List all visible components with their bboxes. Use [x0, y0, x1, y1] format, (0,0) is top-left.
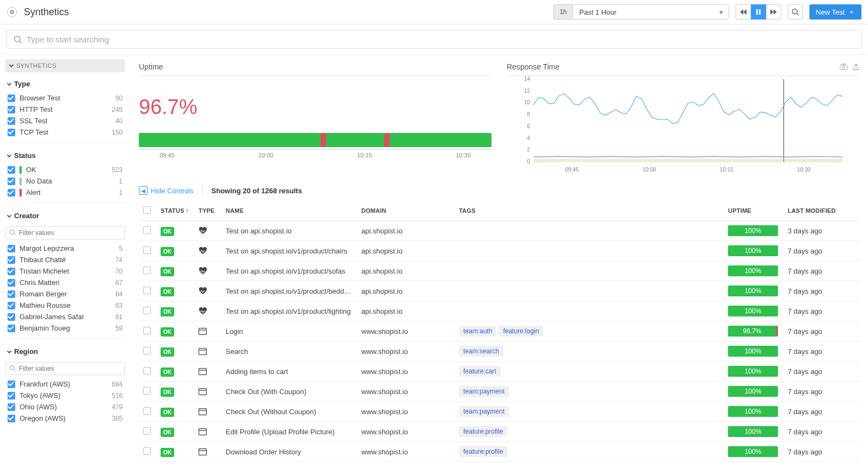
- facet-item[interactable]: Mathieu Rousse63: [5, 300, 125, 311]
- facet-count: 1: [119, 189, 123, 197]
- table-row[interactable]: OK Test on api.shopist.io/v1/product/lig…: [139, 301, 859, 321]
- facet-item[interactable]: Tristan Michelet70: [5, 265, 125, 277]
- facet-item[interactable]: No Data1: [5, 175, 125, 187]
- facet-count: 245: [112, 106, 123, 113]
- facet-item[interactable]: Browser Test90: [5, 92, 125, 104]
- table-row[interactable]: OK Login www.shopist.io team:authfeature…: [139, 321, 859, 341]
- hide-controls-button[interactable]: ◀ Hide Controls: [139, 186, 194, 195]
- tag-pill[interactable]: team:search: [459, 346, 503, 357]
- row-checkbox[interactable]: [143, 246, 151, 254]
- facet-item[interactable]: TCP Test150: [5, 126, 125, 138]
- table-row[interactable]: OK Adding items to cart www.shopist.io f…: [139, 362, 859, 382]
- y-tick: 8: [527, 111, 530, 117]
- sidebar: SYNTHETICS Type Browser Test90HTTP Test2…: [0, 55, 130, 469]
- row-checkbox[interactable]: [143, 407, 151, 415]
- select-all-checkbox[interactable]: [143, 206, 151, 214]
- row-checkbox[interactable]: [143, 367, 151, 375]
- status-badge: OK: [161, 428, 174, 437]
- table-row[interactable]: OK Search www.shopist.io team:search 100…: [139, 341, 859, 362]
- table-row[interactable]: OK Download Order History www.shopist.io…: [139, 442, 859, 462]
- facet-item[interactable]: Romain Berger64: [5, 288, 125, 300]
- col-uptime[interactable]: UPTIME: [724, 201, 783, 221]
- creator-filter-input[interactable]: [5, 226, 125, 239]
- search-input[interactable]: [27, 35, 854, 44]
- col-name[interactable]: NAME: [221, 201, 357, 221]
- svg-rect-27: [199, 448, 207, 455]
- facet-section-header[interactable]: SYNTHETICS: [5, 59, 125, 72]
- row-checkbox[interactable]: [143, 327, 151, 334]
- camera-icon[interactable]: [840, 64, 847, 70]
- checkbox-icon: [8, 403, 15, 411]
- facet-title[interactable]: Region: [5, 343, 125, 360]
- facet-item[interactable]: Margot Lepizzera5: [5, 243, 125, 254]
- facet-item[interactable]: SSL Test40: [5, 115, 125, 126]
- chart-series: [533, 93, 843, 123]
- test-domain: www.shopist.io: [357, 362, 455, 382]
- axis-tick: 10:15: [357, 152, 372, 159]
- y-tick: 12: [524, 88, 531, 94]
- tag-pill[interactable]: feature:cart: [459, 366, 501, 377]
- col-status[interactable]: STATUS↑: [156, 201, 194, 221]
- row-checkbox[interactable]: [143, 387, 151, 395]
- facet-item[interactable]: Chris Matteri67: [5, 277, 125, 288]
- facet-title[interactable]: Creator: [5, 207, 125, 224]
- facet-title[interactable]: Type: [5, 75, 125, 92]
- export-icon[interactable]: [853, 64, 859, 70]
- tag-pill[interactable]: feature:profile: [459, 426, 507, 437]
- table-row[interactable]: OK Test on api.shopist.io/v1/product/cha…: [139, 241, 859, 261]
- forward-button[interactable]: [766, 4, 781, 20]
- search-bar[interactable]: [7, 30, 861, 49]
- facet-item[interactable]: Benjamin Toueg59: [5, 322, 125, 334]
- table-row[interactable]: OK Check Out (With Coupon) www.shopist.i…: [139, 382, 859, 402]
- tag-pill[interactable]: team:payment: [459, 386, 509, 397]
- new-test-button[interactable]: New Test ＋: [809, 4, 861, 20]
- facet-item[interactable]: Alert1: [5, 187, 125, 198]
- row-checkbox[interactable]: [143, 226, 151, 234]
- col-domain[interactable]: DOMAIN: [357, 201, 455, 221]
- facet-item[interactable]: HTTP Test245: [5, 104, 125, 115]
- col-tags[interactable]: TAGS: [455, 201, 724, 221]
- test-tags: feature:profile: [455, 422, 724, 442]
- facet-item[interactable]: Oregon (AWS)385: [5, 413, 125, 424]
- facet-item[interactable]: OK523: [5, 164, 125, 175]
- table-row[interactable]: OK Check Out (Without Coupon) www.shopis…: [139, 402, 859, 422]
- svg-rect-15: [199, 328, 207, 334]
- row-checkbox[interactable]: [143, 267, 151, 274]
- svg-line-3: [796, 14, 799, 16]
- col-last-modified[interactable]: LAST MODIFIED: [783, 201, 859, 221]
- pause-button[interactable]: [751, 4, 766, 20]
- region-filter-input[interactable]: [5, 362, 125, 375]
- tag-pill[interactable]: feature:profile: [459, 446, 507, 457]
- page-title: Synthetics: [24, 7, 69, 18]
- row-checkbox[interactable]: [143, 427, 151, 435]
- row-checkbox[interactable]: [143, 287, 151, 294]
- row-checkbox[interactable]: [143, 447, 151, 455]
- rewind-button[interactable]: [736, 4, 751, 20]
- table-row[interactable]: OK Test on api.shopist.io api.shopist.io…: [139, 221, 859, 241]
- facet-count: 63: [116, 302, 123, 309]
- facet-item[interactable]: Gabriel-James Safar61: [5, 311, 125, 322]
- facet-group-status: Status OK523No Data1Alert1: [5, 147, 125, 198]
- heartbeat-icon: [199, 267, 207, 275]
- facet-group-region: Region Frankfurt (AWS)684Tokyo (AWS)516O…: [5, 343, 125, 424]
- table-row[interactable]: OK Edit Profile (Upload Profile Picture)…: [139, 422, 859, 442]
- facet-item[interactable]: Frankfurt (AWS)684: [5, 378, 125, 390]
- search-button[interactable]: [788, 4, 803, 20]
- table-row[interactable]: OK Test on api.shopist.io/v1/product/sof…: [139, 261, 859, 281]
- tag-pill[interactable]: feature:login: [499, 326, 543, 337]
- facet-item[interactable]: Tokyo (AWS)516: [5, 390, 125, 401]
- table-row[interactable]: OK Test on api.shopist.io/v1/product/bed…: [139, 281, 859, 301]
- time-range-picker[interactable]: 1h Past 1 Hour ▾: [553, 4, 729, 20]
- facet-item[interactable]: Thibaut Chatté74: [5, 254, 125, 265]
- row-checkbox[interactable]: [143, 307, 151, 314]
- facet-item[interactable]: Ohio (AWS)479: [5, 401, 125, 413]
- tag-pill[interactable]: team:auth: [459, 326, 496, 337]
- svg-point-11: [843, 66, 845, 69]
- row-checkbox[interactable]: [143, 347, 151, 354]
- test-tags: team:search: [455, 341, 724, 362]
- facet-title[interactable]: Status: [5, 147, 125, 164]
- test-tags: team:authfeature:login: [455, 321, 724, 341]
- tag-pill[interactable]: team:payment: [459, 406, 509, 417]
- col-type[interactable]: TYPE: [194, 201, 221, 221]
- test-name: Download Order History: [221, 442, 357, 462]
